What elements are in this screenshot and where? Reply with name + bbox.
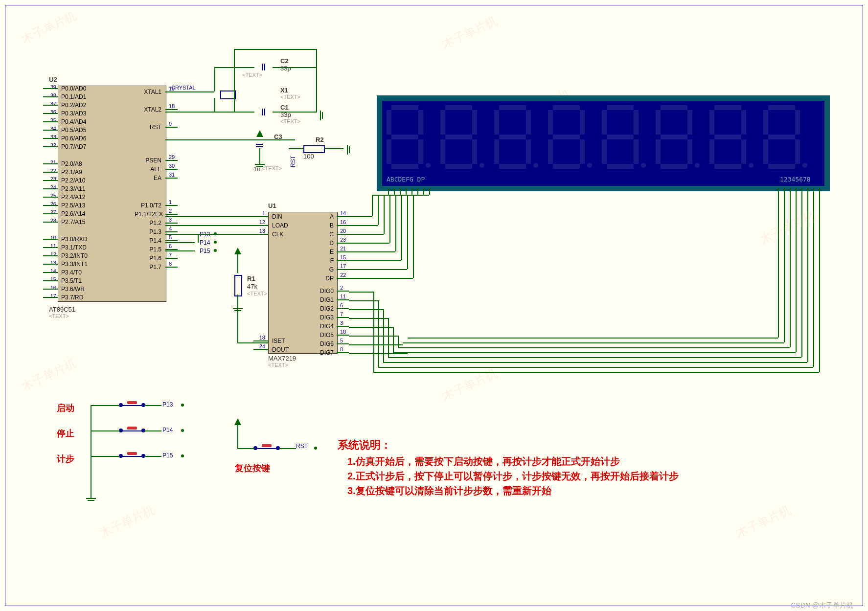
- ground-icon: [255, 164, 265, 170]
- u2-part: AT89C51: [49, 306, 75, 313]
- u2-pin-name: XTAL1: [135, 89, 161, 95]
- notes-l3: 3.复位按键可以清除当前计步步数，需重新开始: [347, 484, 551, 498]
- digit-1: [387, 105, 426, 169]
- resistor-r1: [234, 275, 242, 296]
- u2-pin-name: P2.0/A8: [61, 160, 82, 167]
- reset-net: RST: [296, 443, 308, 450]
- r2-ref: R2: [316, 136, 324, 143]
- u2-pin-num: 30: [169, 163, 175, 169]
- u1-pin-name: DP: [313, 275, 334, 282]
- u2-pin-num: 12: [46, 251, 56, 257]
- r1-ref: R1: [247, 275, 255, 282]
- u1-txt: <TEXT>: [268, 362, 288, 368]
- c3-txt: <TEXT>: [262, 165, 282, 171]
- u1-pin-num: 20: [340, 228, 346, 234]
- display-left-legend: ABCDEFG DP: [387, 176, 425, 183]
- u1-pin-num: 16: [340, 219, 346, 225]
- r1-val: 47k: [247, 283, 257, 290]
- u1-pin-num: 18: [254, 335, 265, 340]
- u2-pin-num: 36: [46, 109, 56, 115]
- x1-txt: <TEXT>: [280, 94, 300, 100]
- u2-pin-name: P2.2/A10: [61, 177, 85, 184]
- u2-pin-num: 34: [46, 126, 56, 132]
- u1-pin-name: F: [313, 257, 334, 264]
- u1-pin-num: 2: [340, 285, 343, 291]
- step-label: 计步: [57, 453, 74, 465]
- digit-8: [763, 105, 802, 169]
- btn-p15: P15: [162, 452, 173, 459]
- u2-pin-name: P3.2/INT0: [61, 252, 88, 259]
- u2-pin-num: 37: [46, 101, 56, 107]
- capacitor-c2: [253, 64, 273, 70]
- u1-pin-num: 12: [254, 219, 265, 225]
- csdn-watermark: CSDN @木子单片机: [791, 601, 853, 610]
- u1-pin-name: C: [313, 231, 334, 238]
- u2-pin-name: P2.7/A15: [61, 219, 85, 226]
- u2-pin-num: 3: [169, 217, 172, 223]
- c1-ref: C1: [280, 104, 289, 111]
- u1-pin-num: 3: [340, 320, 343, 326]
- digit-7: [709, 105, 749, 169]
- reset-button[interactable]: [254, 444, 279, 452]
- u1-pin-name: DIG3: [313, 314, 334, 321]
- u2-pin-name: P1.0/T2: [135, 202, 161, 209]
- u1-ref: U1: [268, 202, 276, 209]
- u2-pin-name: XTAL2: [135, 106, 161, 113]
- u2-pin-num: 39: [46, 84, 56, 90]
- u2-pin-num: 15: [46, 276, 56, 282]
- u1-pin-name: DIG1: [313, 296, 334, 303]
- start-button[interactable]: [120, 401, 144, 408]
- u2-pin-num: 31: [169, 172, 175, 178]
- u2-pin-num: 29: [169, 154, 175, 160]
- u2-pin-name: P0.6/AD6: [61, 135, 86, 142]
- start-label: 启动: [57, 402, 74, 414]
- u1-pin-name: D: [313, 240, 334, 247]
- ground-icon: [347, 145, 353, 155]
- u2-pin-num: 9: [169, 121, 172, 127]
- u2-ref: U2: [49, 76, 57, 83]
- u1-pin-name: DIG4: [313, 323, 334, 330]
- u2-pin-num: 8: [169, 261, 172, 267]
- rst-net: RST: [290, 156, 297, 167]
- step-button[interactable]: [120, 452, 144, 459]
- u2-pin-num: 28: [46, 218, 56, 224]
- u1-pin-num: 14: [340, 210, 346, 216]
- u2-pin-name: P1.3: [135, 228, 161, 235]
- u2-pin-name: P1.7: [135, 264, 161, 271]
- ground-icon: [233, 308, 243, 314]
- u1-pin-num: 23: [340, 237, 346, 243]
- digit-3: [494, 105, 533, 169]
- u2-pin-num: 35: [46, 117, 56, 123]
- u2-pin-num: 22: [46, 168, 56, 174]
- display-right-legend: 12345678: [780, 176, 811, 183]
- u2-pin-name: P3.0/RXD: [61, 236, 87, 243]
- u2-pin-name: P0.3/AD3: [61, 110, 86, 117]
- power-arrow-icon: [256, 130, 263, 137]
- u2-pin-name: EA: [135, 175, 161, 181]
- u1-pin-num: 8: [340, 346, 343, 352]
- u2-pin-name: P1.6: [135, 255, 161, 262]
- u1-pin-name: B: [313, 222, 334, 229]
- u1-pin-name: CLK: [272, 231, 283, 238]
- u2-pin-name: ALE: [135, 166, 161, 173]
- u2-pin-num: 21: [46, 159, 56, 165]
- u1-pin-name: DIG2: [313, 305, 334, 312]
- u1-pin-num: 6: [340, 302, 343, 308]
- u1-pin-num: 5: [340, 338, 343, 343]
- u2-pin-name: P3.7/RD: [61, 294, 83, 301]
- capacitor-c1: [253, 109, 273, 115]
- u1-pin-num: 11: [340, 294, 346, 299]
- stop-button[interactable]: [120, 427, 144, 434]
- u2-pin-name: P3.3/INT1: [61, 261, 88, 268]
- u2-pin-num: 10: [46, 235, 56, 241]
- u2-pin-name: PSEN: [135, 157, 161, 164]
- u1-pin-num: 15: [340, 254, 346, 260]
- u2-pin-num: 11: [46, 243, 56, 249]
- u1-pin-name: LOAD: [272, 222, 288, 229]
- u2-pin-num: 26: [46, 201, 56, 207]
- digit-6: [656, 105, 695, 169]
- crystal-pin-label: CRYSTAL: [171, 85, 196, 91]
- u1-pin-name: A: [313, 213, 334, 220]
- u2-pin-num: 1: [169, 199, 172, 205]
- u2-pin-name: P1.4: [135, 237, 161, 244]
